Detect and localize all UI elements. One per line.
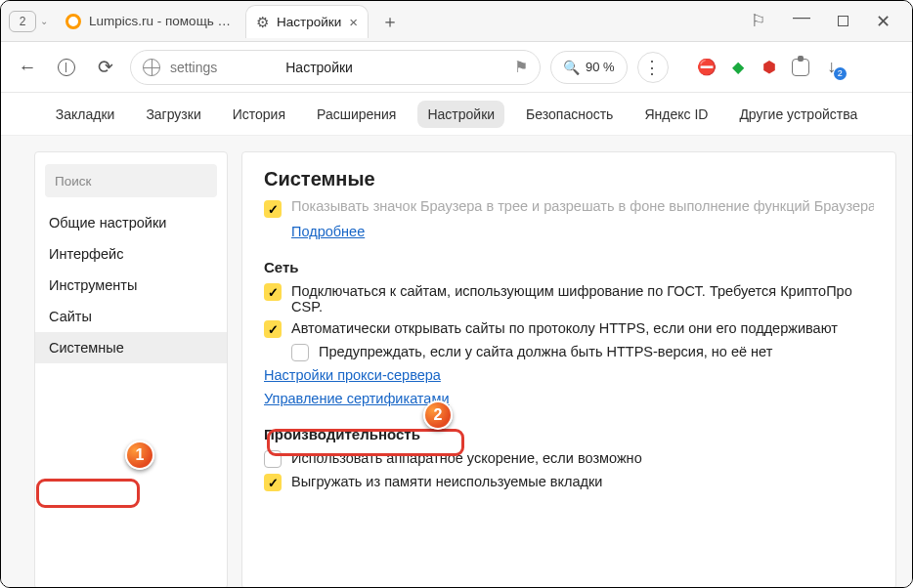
checkbox-unload-tabs[interactable]: ✓ [264, 474, 282, 491]
sidebar-item-general[interactable]: Общие настройки [35, 207, 227, 238]
bookmark-icon[interactable]: ⚑ [514, 58, 528, 76]
magnifier-icon: 🔍 [563, 60, 580, 75]
link-manage-certificates[interactable]: Управление сертификатами [264, 391, 449, 406]
window-count-badge[interactable]: 2 [9, 11, 36, 32]
tab-title: Lumpics.ru - помощь с ко [89, 14, 236, 28]
page-title-in-omnibox: Настройки [285, 60, 353, 75]
minimize-button[interactable]: — [793, 7, 810, 27]
maximize-button[interactable] [838, 16, 848, 26]
lumpics-favicon-icon [65, 14, 81, 29]
sidebar-item-system[interactable]: Системные [35, 332, 227, 363]
tab-title: Настройки [277, 15, 341, 29]
downloads-button[interactable]: ↓ 2 [821, 57, 843, 78]
option-tray-label: Показывать значок Браузера в трее и разр… [291, 198, 874, 214]
settings-search-input[interactable]: Поиск [45, 164, 217, 197]
navtab-downloads[interactable]: Загрузки [136, 101, 210, 128]
settings-content: Системные ✓ Показывать значок Браузера в… [241, 151, 896, 588]
zoom-indicator[interactable]: 🔍 90 % [550, 51, 628, 84]
address-bar[interactable]: settings Настройки ⚑ [130, 50, 541, 85]
navtab-yandex-id[interactable]: Яндекс ID [634, 101, 717, 128]
menu-button[interactable]: ⋮ [637, 52, 669, 83]
navtab-security[interactable]: Безопасность [516, 101, 623, 128]
checkbox-hw-accel[interactable] [264, 450, 282, 468]
option-https-warn-label: Предупреждать, если у сайта должна быть … [319, 344, 772, 359]
option-hw-accel-label: Использовать аппаратное ускорение, если … [291, 450, 642, 466]
reload-button[interactable]: ⟳ [91, 53, 120, 82]
tab-lumpics[interactable]: Lumpics.ru - помощь с ко [56, 5, 245, 38]
navtab-history[interactable]: История [223, 101, 295, 128]
annotation-callout-2: 2 [423, 400, 453, 430]
gear-icon: ⚙ [256, 15, 269, 29]
annotation-callout-1: 1 [125, 441, 154, 470]
browser-toolbar: ← | ⟳ settings Настройки ⚑ 🔍 90 % ⋮ ⛔ ◆ … [1, 42, 912, 93]
address-keyword: settings [170, 60, 217, 75]
window-controls: ⚐ — ✕ [751, 11, 904, 32]
reader-mode-icon[interactable]: ⚐ [751, 11, 765, 31]
sidebar-item-sites[interactable]: Сайты [35, 301, 227, 332]
section-heading-performance: Производительность [264, 426, 874, 442]
option-unload-tabs-label: Выгружать из памяти неиспользуемые вклад… [291, 474, 602, 489]
sidebar-item-tools[interactable]: Инструменты [35, 270, 227, 301]
link-more[interactable]: Подробнее [291, 224, 365, 239]
extensions-button[interactable] [790, 57, 811, 78]
sidebar-item-interface[interactable]: Интерфейс [35, 238, 227, 270]
protect-shield-icon[interactable]: ◆ [727, 57, 749, 78]
checkbox-tray-icon[interactable]: ✓ [264, 200, 282, 218]
section-heading-system: Системные [264, 168, 874, 190]
tab-strip: 2 ⌄ Lumpics.ru - помощь с ко ⚙ Настройки… [1, 1, 912, 42]
option-https-auto-label: Автоматически открывать сайты по протоко… [291, 320, 838, 336]
checkbox-gost[interactable]: ✓ [264, 283, 282, 301]
section-heading-network: Сеть [264, 259, 874, 275]
navtab-other-devices[interactable]: Другие устройства [729, 101, 867, 128]
navtab-settings[interactable]: Настройки [417, 101, 504, 128]
globe-icon [143, 59, 160, 76]
navtab-bookmarks[interactable]: Закладки [46, 101, 125, 128]
downloads-badge: 2 [834, 67, 847, 80]
zoom-value: 90 % [586, 60, 615, 74]
checkbox-https-auto[interactable]: ✓ [264, 320, 282, 338]
settings-main: Поиск Общие настройки Интерфейс Инструме… [1, 136, 912, 588]
option-gost-label: Подключаться к сайтам, использующим шифр… [291, 283, 874, 315]
yandex-services-button[interactable]: | [52, 53, 81, 82]
settings-sidebar: Поиск Общие настройки Интерфейс Инструме… [34, 151, 228, 588]
back-button[interactable]: ← [13, 53, 42, 82]
adblock-icon[interactable]: ⛔ [696, 57, 717, 78]
security-shield-icon[interactable]: ⬢ [759, 57, 780, 78]
navtab-extensions[interactable]: Расширения [307, 101, 406, 128]
checkbox-https-warn[interactable] [291, 344, 309, 361]
close-tab-icon[interactable]: × [349, 14, 358, 30]
new-tab-button[interactable]: ＋ [378, 10, 402, 33]
tab-settings[interactable]: ⚙ Настройки × [245, 5, 369, 38]
window-list-chevron-icon[interactable]: ⌄ [40, 16, 48, 26]
link-proxy-settings[interactable]: Настройки прокси-сервера [264, 367, 441, 383]
close-window-button[interactable]: ✕ [876, 11, 891, 32]
settings-nav-tabs: Закладки Загрузки История Расширения Нас… [1, 93, 912, 136]
